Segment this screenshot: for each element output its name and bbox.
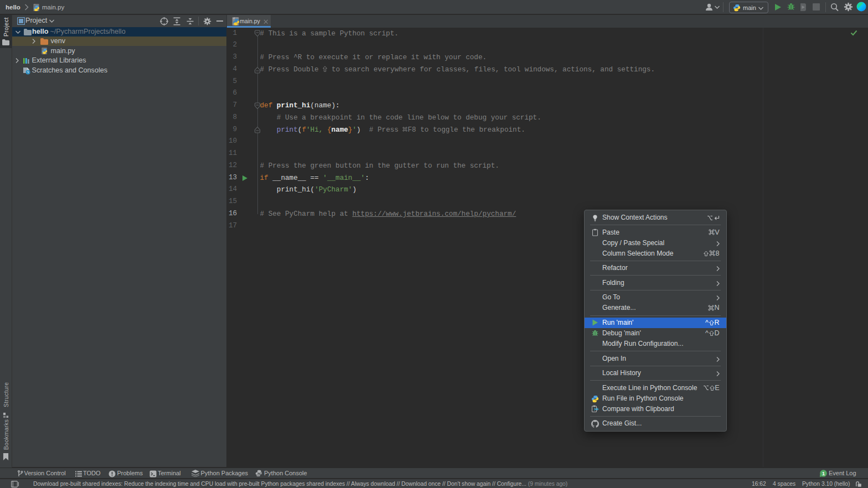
svg-text:1: 1 [822, 471, 825, 476]
